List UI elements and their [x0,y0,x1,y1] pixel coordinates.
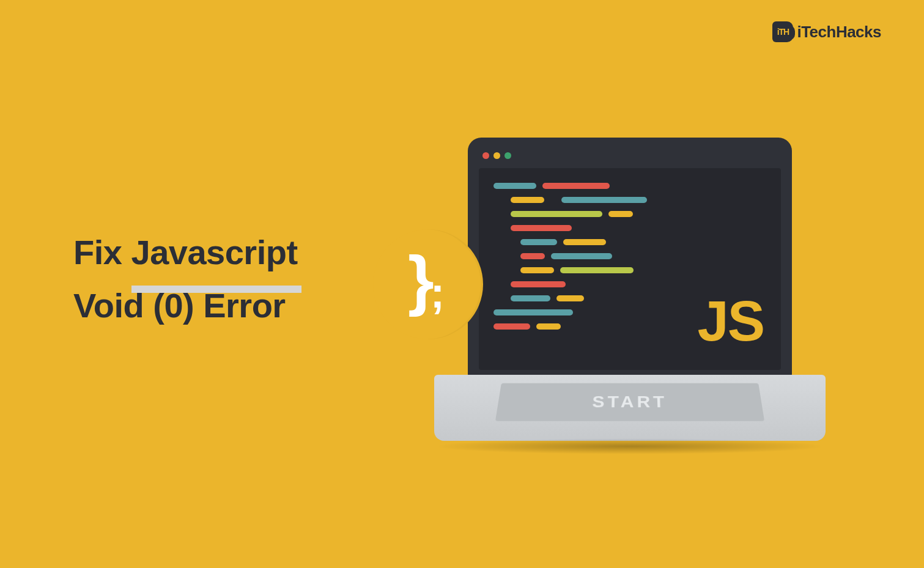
js-label: JS [697,293,764,349]
laptop-screen: JS [479,168,781,370]
code-segment [520,239,557,245]
code-line [493,281,652,287]
code-segment [563,239,606,245]
code-line [493,225,652,231]
code-segment [493,183,536,189]
code-segment [520,253,545,259]
code-line [493,323,652,330]
code-line [493,197,652,203]
code-segment [511,197,544,203]
laptop-lid: JS }; [468,138,792,376]
js-badge-icon: }; [373,229,483,339]
code-segment [608,211,633,217]
code-segment [493,309,573,315]
code-segment [511,225,572,231]
traffic-light-red-icon [482,152,489,159]
code-line [493,211,652,217]
code-line [493,239,652,245]
code-segment [561,197,647,203]
code-segment [560,267,634,273]
code-line [493,253,652,259]
laptop-deck: START [434,375,826,441]
headline-prefix: Fix [73,233,122,271]
traffic-light-green-icon [505,152,511,159]
laptop-illustration: JS }; START [434,138,826,441]
brand-mark-icon: iTH [772,21,793,42]
code-lines [493,183,652,330]
code-segment [556,295,584,301]
code-segment [536,323,561,330]
code-segment [511,295,550,301]
code-line [493,295,652,301]
code-line [493,267,652,273]
window-titlebar [479,149,781,162]
code-line [493,309,652,315]
brand-name: iTechHacks [797,23,881,42]
headline: Fix Javascript Void (0) Error [73,226,298,333]
code-segment [511,281,566,287]
keyboard-label: START [495,383,764,421]
traffic-light-yellow-icon [493,152,500,159]
code-line [493,183,652,189]
code-segment [511,211,602,217]
headline-jsword: Javascript [131,226,297,279]
semicolon-glyph: ; [431,271,445,314]
brand-logo: iTH iTechHacks [772,21,881,42]
code-segment [542,183,610,189]
code-segment [520,267,554,273]
code-segment [551,253,612,259]
code-segment [493,323,530,330]
